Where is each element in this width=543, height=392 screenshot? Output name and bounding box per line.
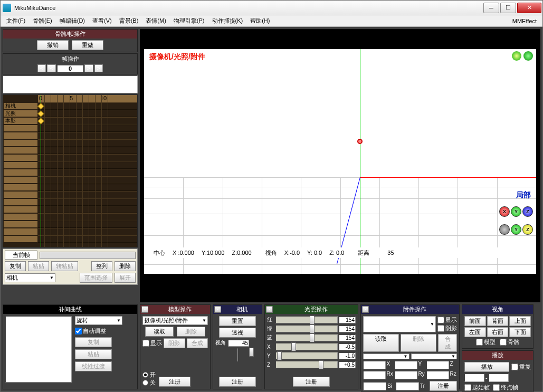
model-read-button[interactable]: 读取 — [145, 327, 174, 337]
range-select-button[interactable]: 范围选择 — [80, 273, 112, 283]
acc-y-input[interactable] — [395, 361, 417, 369]
light-r-value[interactable]: 154 — [339, 317, 356, 323]
model-delete-button[interactable]: 删除 — [177, 327, 205, 337]
acc-delete-button[interactable]: 删除 — [401, 334, 436, 352]
gizmo-lock-icon[interactable] — [499, 224, 510, 235]
view-back-button[interactable]: 背面 — [487, 316, 509, 326]
model-select[interactable]: 摄像机/光照/附件▼ — [142, 316, 208, 325]
paste-button[interactable]: 粘贴 — [28, 261, 49, 271]
interp-copy-button[interactable]: 复制 — [75, 337, 112, 347]
menu-physics[interactable]: 物理引擎(P) — [170, 16, 208, 26]
acc-tr-input[interactable] — [396, 382, 419, 390]
maximize-button[interactable]: ☐ — [500, 3, 516, 13]
menu-mocap[interactable]: 动作捕捉(K) — [208, 16, 247, 26]
acc-si-input[interactable] — [363, 382, 386, 390]
frame-next-far-button[interactable]: > — [94, 64, 103, 72]
view-left-button[interactable]: 左面 — [464, 327, 486, 337]
light-r-slider[interactable] — [275, 316, 338, 323]
gizmo-z-icon[interactable]: Z — [522, 206, 533, 217]
play-button[interactable]: 播放 — [464, 362, 509, 372]
menu-frame[interactable]: 帧编辑(D) — [56, 16, 89, 26]
frame-next-button[interactable]: > — [84, 64, 93, 72]
camera-persp-button[interactable]: 透视 — [219, 328, 256, 338]
play-end-input[interactable] — [489, 374, 509, 382]
view-right-button[interactable]: 右面 — [487, 327, 509, 337]
note-input[interactable] — [3, 75, 138, 93]
view-model-checkbox[interactable]: 模型 — [476, 338, 496, 346]
angle-input[interactable]: 45 — [228, 340, 249, 347]
gizmo-y2-icon[interactable]: Y — [511, 224, 521, 235]
acc-rx-input[interactable] — [363, 371, 386, 379]
timeline[interactable]: 相机 光照 本影 0 5 10 — [3, 94, 138, 247]
show-checkbox[interactable]: 显示 — [142, 338, 162, 348]
acc-bind-select[interactable]: ▼ — [363, 353, 409, 359]
menu-bone[interactable]: 骨骼(E) — [29, 16, 56, 26]
viewport[interactable]: 摄像机/光照/附件 — [140, 29, 540, 302]
light-z-slider[interactable] — [275, 361, 338, 368]
redo-button[interactable]: 重做 — [72, 40, 103, 50]
light-b-slider[interactable] — [275, 334, 338, 341]
acc-compose-button[interactable]: 合成 — [438, 334, 457, 352]
align-button[interactable]: 整列 — [91, 261, 112, 271]
camera-register-button[interactable]: 注册 — [219, 377, 256, 387]
menu-view[interactable]: 查看(V) — [89, 16, 116, 26]
acc-read-button[interactable]: 读取 — [363, 334, 399, 352]
light-y-slider[interactable] — [275, 352, 338, 359]
acc-shadow-checkbox[interactable]: 阴影 — [437, 324, 457, 332]
model-on-radio[interactable]: 开 — [142, 371, 156, 379]
menu-mme[interactable]: MMEffect — [509, 17, 540, 25]
minimize-icon[interactable]: - — [214, 306, 221, 313]
acc-ry-input[interactable] — [395, 371, 417, 379]
light-x-slider[interactable] — [275, 343, 338, 350]
frame-prev-far-button[interactable]: < — [37, 64, 46, 72]
shadow-button[interactable]: 阴影 — [164, 338, 185, 348]
magnify-icon[interactable] — [512, 51, 521, 61]
acc-register-button[interactable]: 注册 — [430, 381, 457, 391]
frame-prev-button[interactable]: < — [47, 64, 56, 72]
light-b-value[interactable]: 154 — [339, 334, 356, 341]
track-select[interactable]: 相机▼ — [5, 273, 55, 282]
acc-rz-input[interactable] — [426, 371, 449, 379]
light-x-value[interactable]: -0.5 — [339, 343, 356, 350]
curve-canvas[interactable] — [5, 316, 72, 383]
start-checkbox[interactable]: 起始帧 — [464, 384, 490, 391]
view-front-button[interactable]: 前面 — [464, 316, 486, 326]
acc-show-checkbox[interactable]: 显示 — [437, 316, 457, 324]
light-z-value[interactable]: +0.5 — [339, 361, 356, 368]
angle-slider[interactable] — [237, 348, 238, 361]
minimize-icon[interactable]: - — [266, 306, 273, 313]
frame-number-input[interactable]: 0 — [57, 65, 83, 72]
move-icon[interactable] — [523, 51, 533, 61]
menu-file[interactable]: 文件(F) — [3, 16, 29, 26]
rotpaste-button[interactable]: 转粘贴 — [51, 261, 78, 271]
light-y-value[interactable]: -1.0 — [339, 352, 356, 359]
interp-mode-select[interactable]: 旋转▼ — [75, 316, 122, 325]
view-top-button[interactable]: 上面 — [509, 316, 531, 326]
copy-button[interactable]: 复制 — [5, 261, 26, 271]
menu-face[interactable]: 表情(M) — [142, 16, 170, 26]
acc-bone-select[interactable]: ▼ — [411, 353, 458, 359]
delete-button[interactable]: 删除 — [115, 261, 136, 271]
acc-z-input[interactable] — [426, 361, 449, 369]
acc-select[interactable]: ▼ — [363, 316, 436, 332]
gizmo-x-icon[interactable]: X — [499, 206, 510, 217]
minimize-icon[interactable]: - — [141, 306, 148, 313]
expand-button[interactable]: 展开 — [115, 273, 136, 283]
camera-target-icon[interactable] — [357, 139, 363, 144]
end-checkbox[interactable]: 终点帧 — [493, 384, 518, 391]
interp-linear-button[interactable]: 线性过渡 — [75, 361, 112, 371]
timeline-scrollbar[interactable] — [40, 252, 136, 259]
minimize-button[interactable]: ─ — [483, 3, 499, 13]
undo-button[interactable]: 撤销 — [37, 40, 69, 50]
close-button[interactable]: ✕ — [517, 3, 541, 13]
gizmo-z2-icon[interactable]: Z — [522, 224, 533, 235]
compose-button[interactable]: 合成 — [187, 338, 208, 348]
view-bone-checkbox[interactable]: 骨骼 — [500, 338, 519, 346]
light-register-button[interactable]: 注册 — [293, 377, 330, 387]
interp-paste-button[interactable]: 粘贴 — [75, 349, 112, 359]
minimize-icon[interactable]: - — [362, 306, 369, 313]
view-bottom-button[interactable]: 下面 — [509, 327, 531, 337]
auto-checkbox[interactable]: 自动调整 — [75, 327, 122, 335]
gizmo-y-icon[interactable]: Y — [511, 206, 521, 217]
track-shadow[interactable]: 本影 — [3, 117, 38, 125]
